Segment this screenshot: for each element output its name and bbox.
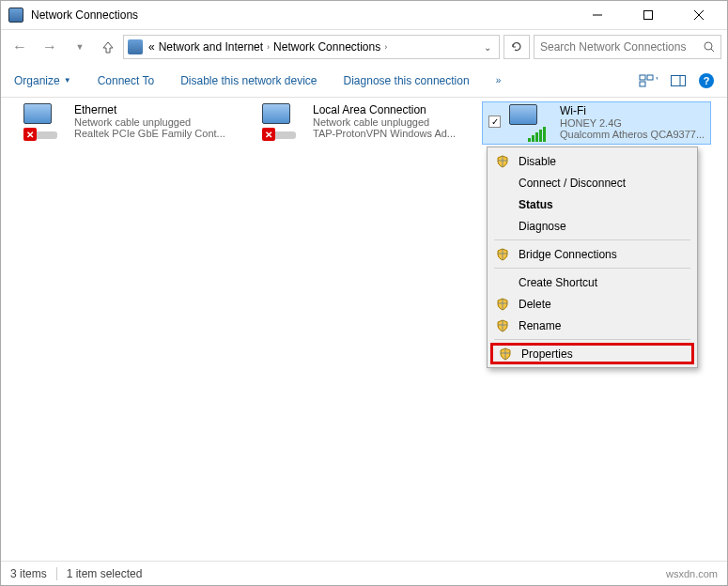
adapter-status: HONEY 2.4G (560, 117, 705, 129)
view-options-button[interactable]: ▼ (639, 74, 658, 87)
menu-connect-disconnect[interactable]: Connect / Disconnect (490, 172, 694, 193)
connect-to-button[interactable]: Connect To (98, 74, 155, 87)
location-icon (128, 39, 143, 54)
adapter-status: Network cable unplugged (313, 116, 456, 128)
content-area: ✕ Ethernet Network cable unplugged Realt… (1, 98, 727, 563)
selection-checkbox[interactable]: ✓ (488, 116, 501, 128)
adapter-name: Ethernet (74, 103, 225, 116)
menu-separator (494, 268, 690, 269)
watermark: wsxdn.com (666, 568, 718, 579)
adapter-wifi[interactable]: ✓ Wi-Fi HONEY 2.4G Qualcomm Atheros QCA9… (482, 101, 711, 145)
more-button[interactable]: » (496, 75, 502, 85)
breadcrumb-prefix[interactable]: « (147, 40, 157, 54)
svg-rect-10 (672, 75, 686, 85)
organize-button[interactable]: Organize▼ (14, 74, 71, 87)
up-button[interactable] (97, 36, 119, 58)
shield-icon (496, 155, 509, 168)
diagnose-connection-button[interactable]: Diagnose this connection (344, 74, 470, 87)
breadcrumb-seg2[interactable]: Network Connections (271, 40, 382, 54)
adapter-icon (509, 104, 554, 142)
search-icon (704, 41, 715, 53)
svg-line-5 (711, 49, 714, 52)
svg-rect-1 (644, 11, 653, 20)
svg-text:▼: ▼ (654, 74, 658, 86)
svg-rect-6 (640, 75, 645, 80)
adapter-icon: ✕ (23, 103, 69, 141)
menu-separator (494, 339, 690, 340)
separator (56, 567, 57, 580)
status-bar: 3 items 1 item selected (1, 561, 727, 585)
menu-separator (494, 239, 690, 240)
recent-dropdown[interactable]: ▼ (67, 34, 93, 60)
error-x-icon: ✕ (23, 128, 37, 141)
window-title: Network Connections (31, 8, 581, 22)
adapter-local-area[interactable]: ✕ Local Area Connection Network cable un… (262, 103, 497, 141)
adapter-device: Realtek PCIe GbE Family Cont... (74, 128, 225, 139)
chevron-right-icon[interactable]: › (382, 42, 389, 52)
search-input[interactable]: Search Network Connections (534, 35, 721, 59)
adapter-name: Local Area Connection (313, 103, 456, 116)
svg-rect-7 (647, 75, 653, 80)
error-x-icon: ✕ (262, 128, 275, 141)
back-button[interactable]: ← (7, 34, 33, 60)
forward-button[interactable]: → (37, 34, 63, 60)
title-bar: Network Connections (1, 1, 727, 29)
shield-icon (496, 298, 509, 311)
menu-delete[interactable]: Delete (490, 293, 694, 315)
svg-point-4 (705, 42, 712, 50)
address-bar[interactable]: « Network and Internet › Network Connect… (123, 35, 500, 59)
adapter-icon: ✕ (262, 103, 307, 141)
context-menu: Disable Connect / Disconnect Status Diag… (487, 146, 698, 368)
menu-status[interactable]: Status (490, 193, 694, 215)
close-button[interactable] (682, 2, 716, 28)
status-item-count: 3 items (10, 567, 47, 580)
disable-device-button[interactable]: Disable this network device (180, 74, 317, 87)
menu-disable[interactable]: Disable (490, 150, 694, 172)
menu-create-shortcut[interactable]: Create Shortcut (490, 271, 694, 293)
adapter-ethernet[interactable]: ✕ Ethernet Network cable unplugged Realt… (23, 103, 258, 141)
menu-properties[interactable]: Properties (490, 343, 694, 364)
app-icon (8, 8, 23, 23)
adapter-device: Qualcomm Atheros QCA9377... (560, 129, 705, 140)
chevron-right-icon[interactable]: › (265, 42, 271, 52)
refresh-button[interactable] (503, 35, 530, 59)
shield-icon (496, 248, 509, 261)
status-selected-count: 1 item selected (67, 567, 143, 580)
search-placeholder: Search Network Connections (540, 40, 686, 54)
minimize-button[interactable] (581, 2, 614, 28)
svg-rect-8 (640, 82, 645, 86)
command-bar: Organize▼ Connect To Disable this networ… (1, 64, 727, 98)
address-dropdown[interactable]: ⌄ (480, 42, 495, 53)
adapter-name: Wi-Fi (560, 104, 705, 117)
shield-icon (496, 319, 509, 332)
shield-icon (499, 347, 512, 361)
breadcrumb-seg1[interactable]: Network and Internet (157, 40, 265, 54)
nav-bar: ← → ▼ « Network and Internet › Network C… (1, 30, 727, 64)
menu-rename[interactable]: Rename (490, 315, 694, 336)
maximize-button[interactable] (631, 2, 665, 28)
help-button[interactable]: ? (699, 73, 714, 88)
signal-icon (528, 127, 546, 142)
menu-bridge[interactable]: Bridge Connections (490, 243, 694, 265)
adapter-status: Network cable unplugged (74, 116, 225, 128)
adapter-device: TAP-ProtonVPN Windows Ad... (313, 128, 456, 139)
preview-pane-button[interactable] (671, 75, 686, 86)
menu-diagnose[interactable]: Diagnose (490, 215, 694, 237)
